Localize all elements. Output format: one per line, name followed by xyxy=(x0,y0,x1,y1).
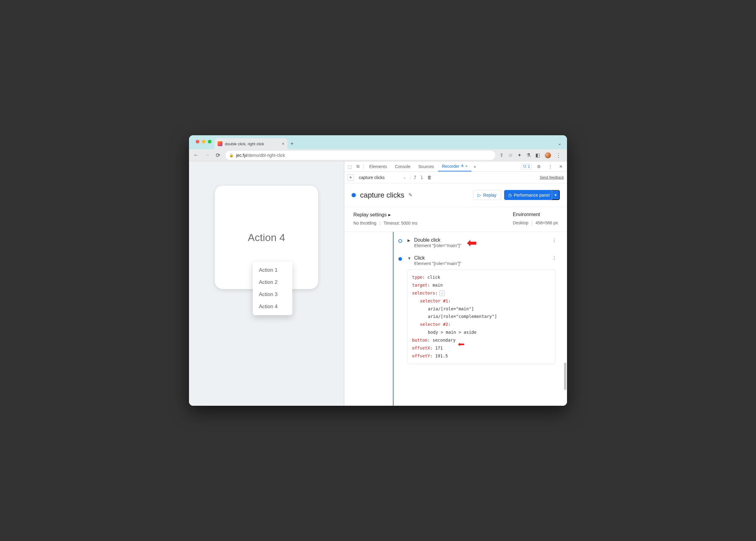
settings-icon[interactable]: ⚙ xyxy=(535,164,543,169)
lock-icon: 🔒 xyxy=(229,153,234,158)
export-icon[interactable]: ⤴ xyxy=(414,175,416,180)
delete-icon[interactable]: 🗑 xyxy=(427,175,432,180)
step-subtitle: Element "[role="main"]" xyxy=(414,261,550,266)
tabs-overflow-icon[interactable]: ⌄ xyxy=(552,137,567,149)
toolbar-actions: ⇪ ☆ ✦ ⚗ ◧ ⋮ xyxy=(500,152,564,159)
caret-down-icon[interactable]: ▼ xyxy=(408,255,412,261)
minimize-window-button[interactable] xyxy=(202,140,205,144)
recording-header: capture clicks ✎ ▷ Replay ◷ Performance … xyxy=(344,183,567,207)
bookmark-icon[interactable]: ☆ xyxy=(508,152,513,158)
replay-settings-label: Replay settings xyxy=(353,212,387,218)
issue-icon: 🗨 xyxy=(523,165,527,169)
labs-icon[interactable]: ⚗ xyxy=(526,152,531,158)
more-tabs-icon[interactable]: » xyxy=(472,164,478,169)
tab-sources[interactable]: Sources xyxy=(415,161,438,172)
browser-window: double click, right click × + ⌄ ← → ⟳ 🔒 … xyxy=(189,135,567,406)
step-dot-icon xyxy=(398,257,402,261)
separator: | xyxy=(380,221,381,226)
browser-tab[interactable]: double click, right click × xyxy=(214,138,287,149)
context-menu-item[interactable]: Action 4 xyxy=(253,300,292,313)
detail-key: selectors xyxy=(412,290,435,295)
new-tab-button[interactable]: + xyxy=(287,138,296,149)
detail-key: selector #1 xyxy=(420,298,448,303)
recorder-steps: ▶ Double click Element "[role="main"]" ⋮… xyxy=(344,232,567,406)
devtools-menu-icon[interactable]: ⋮ xyxy=(546,164,555,169)
tab-label: Recorder xyxy=(442,164,460,169)
caret-right-icon[interactable]: ▶ xyxy=(408,238,412,243)
url-path: /demo/dbl-right-click xyxy=(247,153,285,158)
send-feedback-link[interactable]: Send feedback xyxy=(540,175,564,180)
browser-menu-icon[interactable]: ⋮ xyxy=(556,152,562,159)
environment-label: Environment xyxy=(513,212,558,217)
context-menu-item[interactable]: Action 2 xyxy=(253,276,292,288)
forward-button[interactable]: → xyxy=(203,152,210,158)
selector-picker-icon[interactable]: ⬚ xyxy=(439,290,445,296)
step-menu-icon[interactable]: ⋮ xyxy=(552,238,560,243)
context-menu-item[interactable]: Action 3 xyxy=(253,288,292,300)
back-button[interactable]: ← xyxy=(192,152,199,158)
context-menu: Action 1 Action 2 Action 3 Action 4 xyxy=(253,262,292,315)
tab-elements[interactable]: Elements xyxy=(366,161,390,172)
annotation-arrow-icon: ⬅ xyxy=(458,334,465,355)
timeline-line xyxy=(393,232,394,406)
close-window-button[interactable] xyxy=(196,140,199,144)
viewport-value: 458×566 px xyxy=(536,220,558,225)
extensions-icon[interactable]: ✦ xyxy=(518,152,522,158)
separator: | xyxy=(532,220,533,225)
performance-icon: ◷ xyxy=(508,193,512,198)
demo-card-text: Action 4 xyxy=(248,232,285,244)
recording-status-icon xyxy=(352,193,356,197)
tab-label: Elements xyxy=(369,164,387,169)
tab-console[interactable]: Console xyxy=(391,161,414,172)
favicon-icon xyxy=(217,141,222,146)
maximize-window-button[interactable] xyxy=(208,140,211,144)
detail-key: button xyxy=(412,338,428,342)
address-bar[interactable]: 🔒 jec.fyi/demo/dbl-right-click xyxy=(225,151,495,160)
tab-strip: double click, right click × + ⌄ xyxy=(189,135,567,149)
new-recording-button[interactable]: + xyxy=(347,174,354,181)
sidepanel-icon[interactable]: ◧ xyxy=(536,152,540,158)
replay-button[interactable]: ▷ Replay xyxy=(473,190,501,200)
toolbar: ← → ⟳ 🔒 jec.fyi/demo/dbl-right-click ⇪ ☆… xyxy=(189,149,567,161)
step-item: ▶ Double click Element "[role="main"]" ⋮… xyxy=(397,235,560,253)
page-viewport[interactable]: Action 4 Action 1 Action 2 Action 3 Acti… xyxy=(189,161,344,406)
issues-count: 1 xyxy=(528,165,530,169)
detail-value: body > main > aside xyxy=(412,328,551,336)
close-devtools-icon[interactable]: ✕ xyxy=(558,164,564,169)
step-title[interactable]: Click xyxy=(414,255,550,261)
tab-recorder[interactable]: Recorder ⚗ × xyxy=(438,161,471,172)
content-area: Action 4 Action 1 Action 2 Action 3 Acti… xyxy=(189,161,567,406)
step-dot-icon xyxy=(398,239,402,243)
step-details: type: click target: main selectors:⬚ sel… xyxy=(408,270,556,364)
experiment-icon: ⚗ xyxy=(461,164,464,168)
tab-label: Sources xyxy=(418,164,434,169)
detail-key: offsetY xyxy=(412,353,430,358)
issues-badge[interactable]: 🗨 1 xyxy=(521,164,532,169)
share-icon[interactable]: ⇪ xyxy=(500,152,504,158)
recording-title: capture clicks xyxy=(360,191,404,200)
close-tab-icon[interactable]: × xyxy=(282,141,284,146)
replay-settings-toggle[interactable]: Replay settings ▸ xyxy=(353,212,418,218)
separator xyxy=(363,164,364,169)
throttling-value: No throttling xyxy=(353,221,376,226)
import-icon[interactable]: ⤵ xyxy=(421,175,423,180)
scrollbar-thumb[interactable] xyxy=(564,362,567,390)
context-menu-item[interactable]: Action 1 xyxy=(253,264,292,276)
edit-title-icon[interactable]: ✎ xyxy=(408,192,412,198)
step-item: ▼ Click Element "[role="main"]" ⋮ type: … xyxy=(397,253,560,369)
step-menu-icon[interactable]: ⋮ xyxy=(552,255,560,261)
detail-key: offsetX xyxy=(412,345,430,350)
performance-dropdown-button[interactable]: ▾ xyxy=(552,190,560,200)
reload-button[interactable]: ⟳ xyxy=(214,152,221,159)
detail-key: selector #2 xyxy=(420,322,448,327)
recorder-settings-row: Replay settings ▸ No throttling | Timeou… xyxy=(344,207,567,232)
inspect-icon[interactable]: ⬚ xyxy=(345,164,354,169)
performance-panel-button[interactable]: ◷ Performance panel xyxy=(504,190,554,200)
close-panel-icon[interactable]: × xyxy=(466,164,468,168)
device-toggle-icon[interactable]: ⧉ xyxy=(354,164,362,169)
recording-selector[interactable]: capture clicks ⌄ xyxy=(357,175,408,181)
timeout-value: Timeout: 5000 ms xyxy=(383,221,418,226)
tab-label: Console xyxy=(395,164,410,169)
step-title[interactable]: Double click xyxy=(414,238,550,243)
profile-avatar[interactable] xyxy=(545,152,551,158)
